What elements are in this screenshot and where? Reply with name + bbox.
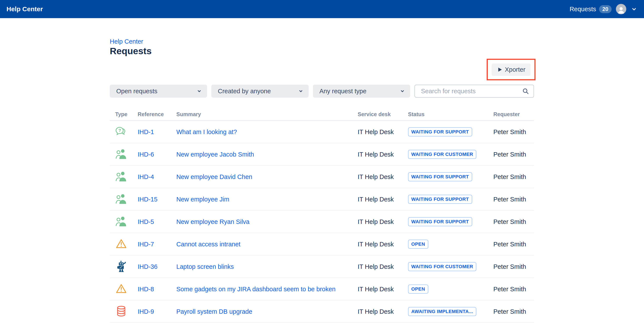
request-reference-link[interactable]: IHD-8 [138, 286, 154, 293]
chevron-down-icon [399, 88, 406, 94]
table-row[interactable]: ? IHD-1 What am I looking at? IT Help De… [110, 121, 534, 143]
column-header-summary: Summary [176, 111, 358, 117]
status-badge: AWAITING IMPLEMENTA... [408, 307, 476, 316]
status-badge: OPEN [408, 240, 428, 249]
filter-status-value: Open requests [116, 88, 157, 95]
table-row[interactable]: IHD-8 Some gadgets on my JIRA dashboard … [110, 278, 534, 301]
topbar-right: Requests 20 [570, 4, 638, 14]
column-header-service-desk: Service desk [358, 111, 408, 117]
status-badge: WAITING FOR SUPPORT [408, 217, 472, 226]
requester-value: Peter Smith [493, 308, 534, 315]
topbar: Help Center Requests 20 [0, 0, 644, 18]
service-desk-value: IT Help Desk [358, 263, 408, 270]
request-summary-link[interactable]: Laptop screen blinks [176, 263, 234, 270]
status-badge: WAITING FOR SUPPORT [408, 127, 472, 136]
table-row[interactable]: IHD-5 New employee Ryan Silva IT Help De… [110, 211, 534, 233]
requester-value: Peter Smith [493, 241, 534, 248]
requester-value: Peter Smith [493, 196, 534, 203]
request-summary-link[interactable]: New employee Ryan Silva [176, 218, 250, 225]
filter-request-type-value: Any request type [320, 88, 366, 95]
xporter-highlight-box: Xporter [487, 59, 536, 80]
database-icon [115, 305, 127, 317]
xporter-button[interactable]: Xporter [492, 63, 530, 76]
filter-request-type-dropdown[interactable]: Any request type [313, 85, 410, 98]
request-reference-link[interactable]: IHD-1 [138, 128, 154, 135]
column-header-requester: Requester [493, 111, 534, 117]
status-badge: WAITING FOR CUSTOMER [408, 262, 476, 271]
chevron-down-icon [196, 88, 202, 94]
page-title: Requests [110, 46, 152, 56]
service-desk-value: IT Help Desk [358, 286, 408, 293]
service-desk-value: IT Help Desk [358, 308, 408, 315]
table-body: ? IHD-1 What am I looking at? IT Help De… [110, 121, 534, 323]
status-badge: WAITING FOR CUSTOMER [408, 150, 476, 159]
requester-value: Peter Smith [493, 218, 534, 225]
request-summary-link[interactable]: What am I looking at? [176, 128, 237, 135]
play-icon [497, 67, 503, 72]
warning-icon [115, 238, 127, 250]
request-reference-link[interactable]: IHD-15 [138, 196, 158, 203]
new-employee-icon [115, 215, 127, 227]
table-row[interactable]: IHD-9 Payroll system DB upgrade IT Help … [110, 301, 534, 323]
new-employee-icon [115, 148, 127, 160]
status-badge: WAITING FOR SUPPORT [408, 195, 472, 204]
topbar-requests-link[interactable]: Requests 20 [570, 5, 612, 13]
service-desk-value: IT Help Desk [358, 196, 408, 203]
chevron-down-icon[interactable] [630, 5, 638, 12]
request-reference-link[interactable]: IHD-9 [138, 308, 154, 315]
request-summary-link[interactable]: New employee Jacob Smith [176, 151, 254, 158]
requester-value: Peter Smith [493, 128, 534, 136]
column-header-status: Status [408, 111, 493, 117]
breadcrumb[interactable]: Help Center [110, 38, 143, 45]
service-desk-value: IT Help Desk [358, 218, 408, 225]
request-summary-link[interactable]: Cannot access intranet [176, 241, 240, 248]
request-summary-link[interactable]: New employee David Chen [176, 173, 252, 180]
table-header: Type Reference Summary Service desk Stat… [110, 108, 534, 121]
svg-text:?: ? [118, 128, 121, 133]
request-summary-link[interactable]: New employee Jim [176, 196, 229, 203]
service-desk-value: IT Help Desk [358, 241, 408, 248]
requester-value: Peter Smith [493, 286, 534, 293]
requester-value: Peter Smith [493, 263, 534, 270]
request-reference-link[interactable]: IHD-6 [138, 151, 154, 158]
table-row[interactable]: IHD-15 New employee Jim IT Help Desk WAI… [110, 188, 534, 211]
status-badge: OPEN [408, 285, 428, 294]
table-row[interactable]: IHD-7 Cannot access intranet IT Help Des… [110, 233, 534, 256]
service-desk-value: IT Help Desk [358, 151, 408, 158]
request-summary-link[interactable]: Payroll system DB upgrade [176, 308, 252, 315]
filter-creator-value: Created by anyone [218, 88, 271, 95]
request-summary-link[interactable]: Some gadgets on my JIRA dashboard seem t… [176, 286, 336, 293]
service-desk-value: IT Help Desk [358, 173, 408, 181]
search-input[interactable] [414, 85, 534, 98]
xporter-label: Xporter [505, 66, 525, 73]
help-center-brand[interactable]: Help Center [6, 5, 43, 13]
topbar-requests-label: Requests [570, 5, 596, 13]
requests-table: Type Reference Summary Service desk Stat… [110, 108, 534, 323]
column-header-reference: Reference [138, 111, 176, 117]
service-desk-value: IT Help Desk [358, 128, 408, 136]
table-row[interactable]: IHD-4 New employee David Chen IT Help De… [110, 166, 534, 188]
chevron-down-icon [298, 88, 304, 94]
requester-value: Peter Smith [493, 151, 534, 158]
person-icon [617, 5, 626, 14]
search-box [414, 85, 534, 98]
requester-value: Peter Smith [493, 173, 534, 181]
new-employee-icon [115, 170, 127, 182]
request-reference-link[interactable]: IHD-36 [138, 263, 158, 270]
status-badge: WAITING FOR SUPPORT [408, 172, 472, 181]
avatar[interactable] [616, 4, 626, 14]
requests-count-badge: 20 [599, 5, 612, 13]
filter-creator-dropdown[interactable]: Created by anyone [211, 85, 308, 98]
new-employee-icon [115, 193, 127, 205]
request-reference-link[interactable]: IHD-7 [138, 241, 154, 248]
filters-bar: Open requests Created by anyone Any requ… [110, 85, 534, 98]
request-reference-link[interactable]: IHD-4 [138, 173, 154, 180]
column-header-type: Type [110, 111, 138, 117]
request-reference-link[interactable]: IHD-5 [138, 218, 154, 225]
search-icon[interactable] [522, 87, 529, 95]
robot-icon [115, 260, 127, 272]
filter-status-dropdown[interactable]: Open requests [110, 85, 207, 98]
table-row[interactable]: IHD-6 New employee Jacob Smith IT Help D… [110, 143, 534, 166]
question-bubble-icon: ? [115, 125, 127, 138]
table-row[interactable]: IHD-36 Laptop screen blinks IT Help Desk… [110, 256, 534, 278]
